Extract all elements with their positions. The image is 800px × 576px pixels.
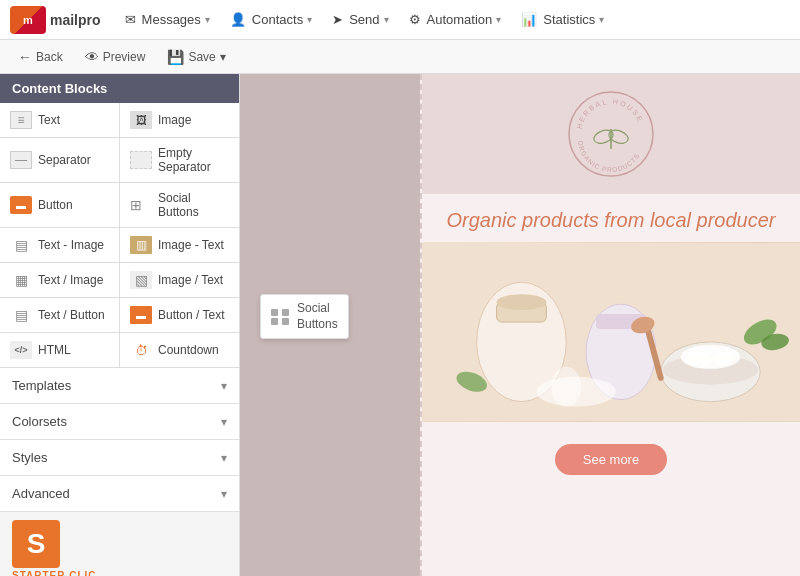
svg-point-18 (551, 367, 581, 407)
logo-icon: m (10, 6, 46, 34)
nav-statistics-label: Statistics (543, 12, 595, 27)
styles-section[interactable]: Styles ▾ (0, 440, 239, 476)
block-text-label: Text (38, 113, 60, 127)
chevron-down-icon: ▾ (384, 14, 389, 25)
nav-contacts[interactable]: 👤 Contacts ▾ (222, 8, 320, 31)
styles-arrow-icon: ▾ (221, 451, 227, 465)
image-slash-text-icon (130, 271, 152, 289)
block-image[interactable]: Image (120, 103, 239, 137)
contacts-icon: 👤 (230, 12, 246, 27)
block-text-button-label: Text / Button (38, 308, 105, 322)
block-button[interactable]: Button (0, 183, 119, 227)
nav-automation[interactable]: ⚙ Automation ▾ (401, 8, 510, 31)
logo-svg: HERBAL HOUSE ORGANIC PRODUCTS (566, 89, 656, 179)
colorsets-label: Colorsets (12, 414, 67, 429)
nav-automation-label: Automation (427, 12, 493, 27)
templates-label: Templates (12, 378, 71, 393)
chevron-down-icon: ▾ (220, 50, 226, 64)
social-block-icon (130, 196, 152, 214)
social-dot-4 (282, 318, 289, 325)
block-image-slash-text[interactable]: Image / Text (120, 263, 239, 297)
separator-block-icon (10, 151, 32, 169)
mailpro-logo: m mailpro (10, 6, 101, 34)
save-button[interactable]: 💾 Save ▾ (159, 46, 233, 68)
starter-clic-branding: S STARTER CLIC (0, 512, 239, 576)
chevron-down-icon: ▾ (307, 14, 312, 25)
top-navbar: m mailpro ✉ Messages ▾ 👤 Contacts ▾ ➤ Se… (0, 0, 800, 40)
back-label: Back (36, 50, 63, 64)
block-empty-separator[interactable]: Empty Separator (120, 138, 239, 182)
social-dot-1 (271, 309, 278, 316)
main-area: Content Blocks Text Image Separator Empt… (0, 74, 800, 576)
social-dot-2 (282, 309, 289, 316)
styles-label: Styles (12, 450, 47, 465)
block-text-button[interactable]: Text / Button (0, 298, 119, 332)
nav-send-label: Send (349, 12, 379, 27)
floating-social-widget: Social Buttons (260, 294, 349, 339)
block-text-slash-image[interactable]: Text / Image (0, 263, 119, 297)
block-image-text[interactable]: Image - Text (120, 228, 239, 262)
statistics-icon: 📊 (521, 12, 537, 27)
advanced-label: Advanced (12, 486, 70, 501)
advanced-section[interactable]: Advanced ▾ (0, 476, 239, 512)
svg-point-15 (687, 352, 711, 368)
html-block-icon (10, 341, 32, 359)
email-canvas[interactable]: Social Buttons (240, 74, 800, 576)
block-separator[interactable]: Separator (0, 138, 119, 182)
email-header: HERBAL HOUSE ORGANIC PRODUCTS (422, 74, 800, 194)
block-image-text-label: Image - Text (158, 238, 224, 252)
block-social-label: Social Buttons (158, 191, 229, 219)
nav-statistics[interactable]: 📊 Statistics ▾ (513, 8, 612, 31)
templates-section[interactable]: Templates ▾ (0, 368, 239, 404)
save-icon: 💾 (167, 49, 184, 65)
block-social-buttons[interactable]: Social Buttons (120, 183, 239, 227)
countdown-block-icon (130, 341, 152, 359)
editor-toolbar: ← Back 👁 Preview 💾 Save ▾ (0, 40, 800, 74)
block-text-image[interactable]: Text - Image (0, 228, 119, 262)
text-button-block-icon (10, 306, 32, 324)
colorsets-arrow-icon: ▾ (221, 415, 227, 429)
block-button-text[interactable]: Button / Text (120, 298, 239, 332)
preview-button[interactable]: 👁 Preview (77, 46, 154, 68)
nav-contacts-label: Contacts (252, 12, 303, 27)
svg-point-16 (712, 352, 732, 366)
chevron-down-icon: ▾ (496, 14, 501, 25)
preview-icon: 👁 (85, 49, 99, 65)
blocks-grid: Text Image Separator Empty Separator But… (0, 103, 239, 368)
email-product-image (422, 242, 800, 422)
nav-send[interactable]: ➤ Send ▾ (324, 8, 396, 31)
advanced-arrow-icon: ▾ (221, 487, 227, 501)
text-image-block-icon (10, 236, 32, 254)
nav-messages[interactable]: ✉ Messages ▾ (117, 8, 218, 31)
block-text[interactable]: Text (0, 103, 119, 137)
chevron-down-icon: ▾ (205, 14, 210, 25)
preview-label: Preview (103, 50, 146, 64)
block-image-label: Image (158, 113, 191, 127)
see-more-container: See more (422, 422, 800, 497)
starter-s-logo: S (12, 520, 60, 568)
image-block-icon (130, 111, 152, 129)
automation-icon: ⚙ (409, 12, 421, 27)
logo-name: mailpro (50, 12, 101, 28)
block-countdown-label: Countdown (158, 343, 219, 357)
email-hero-text: Organic products from local producer (422, 194, 800, 242)
save-label: Save (188, 50, 215, 64)
block-empty-sep-label: Empty Separator (158, 146, 229, 174)
colorsets-section[interactable]: Colorsets ▾ (0, 404, 239, 440)
email-preview: HERBAL HOUSE ORGANIC PRODUCTS Organic pr… (420, 74, 800, 576)
back-icon: ← (18, 49, 32, 65)
social-dot-3 (271, 318, 278, 325)
templates-arrow-icon: ▾ (221, 379, 227, 393)
email-logo: HERBAL HOUSE ORGANIC PRODUCTS (566, 89, 656, 179)
block-html[interactable]: HTML (0, 333, 119, 367)
svg-text:HERBAL HOUSE: HERBAL HOUSE (575, 98, 644, 130)
block-separator-label: Separator (38, 153, 91, 167)
see-more-button[interactable]: See more (555, 444, 667, 475)
block-image-slash-text-label: Image / Text (158, 273, 223, 287)
block-html-label: HTML (38, 343, 71, 357)
block-countdown[interactable]: Countdown (120, 333, 239, 367)
starter-clic-label: STARTER CLIC (12, 570, 97, 576)
back-button[interactable]: ← Back (10, 46, 71, 68)
button-text-block-icon (130, 306, 152, 324)
sidebar: Content Blocks Text Image Separator Empt… (0, 74, 240, 576)
